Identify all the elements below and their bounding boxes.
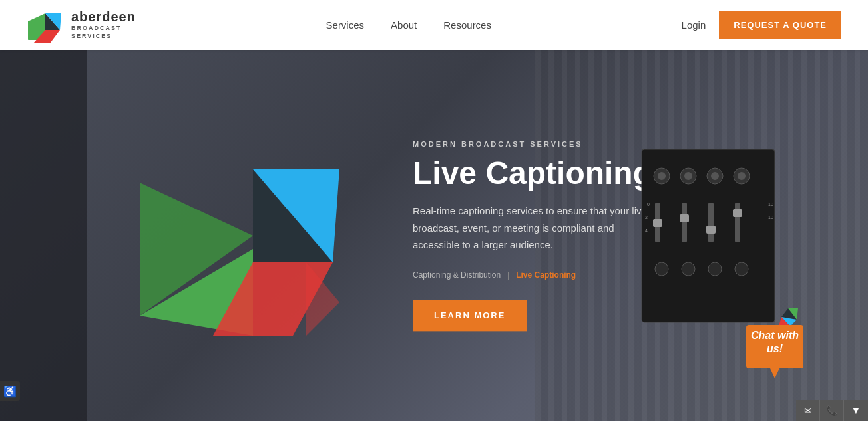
logo-text: aberdeen BROADCAST SERVICES [71,9,136,40]
phone-icon: 📞 [826,405,837,416]
logo-subline: BROADCAST SERVICES [71,25,136,40]
chat-widget[interactable]: Chat with us! [745,305,805,381]
svg-rect-27 [733,209,742,217]
chat-label[interactable]: Chat with us! [750,329,799,356]
hero-logo-graphic [133,129,346,342]
svg-point-28 [655,262,668,276]
learn-more-button[interactable]: LEARN MORE [413,300,527,331]
logo-area[interactable]: aberdeen BROADCAST SERVICES [27,7,136,43]
email-tool-button[interactable]: ✉ [796,400,820,421]
hero-eyebrow: MODERN BROADCAST SERVICES [413,140,659,148]
svg-rect-23 [680,214,689,222]
svg-text:10: 10 [768,202,773,207]
svg-point-30 [708,262,722,276]
header-actions: Login REQUEST A QUOTE [682,11,841,39]
svg-point-13 [658,172,666,180]
hero-breadcrumb: Captioning & Distribution | Live Caption… [413,270,659,280]
svg-point-31 [735,262,748,276]
accessibility-button[interactable]: ♿ [0,381,20,401]
svg-text:4: 4 [645,228,648,233]
svg-rect-24 [708,203,714,242]
bottom-toolbar: ✉ 📞 ▼ [796,400,868,421]
svg-rect-25 [706,226,716,234]
expand-tool-button[interactable]: ▼ [844,400,868,421]
hero-overlay [0,50,87,421]
login-button[interactable]: Login [682,19,706,31]
header: aberdeen BROADCAST SERVICES Services Abo… [0,0,868,50]
hero-description: Real-time captioning services to ensure … [413,203,659,254]
svg-text:0: 0 [647,202,650,207]
nav-item-services[interactable]: Services [326,19,365,31]
hero-section: MODERN BROADCAST SERVICES Live Captionin… [0,50,868,421]
svg-rect-26 [735,203,740,242]
email-icon: ✉ [804,405,812,416]
svg-point-19 [738,172,746,180]
logo-name: aberdeen [71,9,136,25]
hero-content: MODERN BROADCAST SERVICES Live Captionin… [413,140,659,331]
nav-item-resources[interactable]: Resources [443,19,491,31]
breadcrumb-parent: Captioning & Distribution [413,270,501,280]
hero-title: Live Captioning [413,156,659,191]
logo-icon [27,7,63,43]
svg-point-17 [711,172,719,180]
svg-rect-21 [653,219,662,227]
chevron-down-icon: ▼ [851,405,861,416]
svg-point-29 [682,262,695,276]
svg-marker-42 [770,368,779,378]
request-quote-button[interactable]: REQUEST A QUOTE [719,11,841,39]
svg-text:2: 2 [645,215,648,220]
breadcrumb-current: Live Captioning [516,270,576,280]
main-nav: Services About Resources [136,19,682,31]
svg-point-15 [684,172,692,180]
accessibility-icon: ♿ [3,385,17,398]
svg-text:10: 10 [768,215,773,220]
phone-tool-button[interactable]: 📞 [820,400,844,421]
nav-item-about[interactable]: About [391,19,417,31]
breadcrumb-sep: | [507,270,509,280]
